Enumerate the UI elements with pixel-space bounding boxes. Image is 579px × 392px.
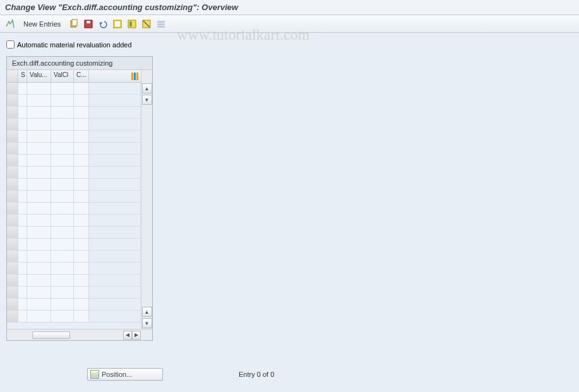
- scroll-down-icon[interactable]: ▼: [142, 95, 152, 105]
- scroll-down2-icon[interactable]: ▼: [142, 318, 152, 328]
- table-row[interactable]: [7, 203, 141, 215]
- toolbar: New Entries: [0, 15, 579, 33]
- undo-icon[interactable]: [97, 18, 109, 30]
- page-title: Change View "Exch.diff.accounting custom…: [0, 0, 579, 15]
- horizontal-scrollbar[interactable]: ◀ ▶: [7, 329, 152, 340]
- configure-columns-icon[interactable]: [129, 70, 141, 83]
- select-block-icon[interactable]: [126, 18, 138, 30]
- toggle-icon[interactable]: [4, 18, 16, 30]
- table-row[interactable]: [7, 227, 141, 239]
- table-row[interactable]: [7, 83, 141, 95]
- table-row[interactable]: [7, 191, 141, 203]
- col-valu[interactable]: Valu...: [27, 70, 51, 82]
- table-row[interactable]: [7, 143, 141, 155]
- vertical-scrollbar[interactable]: ▲ ▼ ▲ ▼: [141, 70, 152, 329]
- position-icon: [90, 370, 99, 379]
- position-button[interactable]: Position...: [87, 368, 163, 381]
- svg-rect-3: [87, 21, 90, 23]
- table-row[interactable]: [7, 131, 141, 143]
- save-icon[interactable]: [82, 18, 95, 30]
- table-row[interactable]: [7, 287, 141, 299]
- grid-title: Exch.diff.accounting customizing: [7, 57, 152, 70]
- scroll-up-icon[interactable]: ▲: [142, 83, 152, 93]
- grid-body: [7, 83, 141, 323]
- new-entries-button[interactable]: New Entries: [18, 19, 66, 29]
- table-row[interactable]: [7, 179, 141, 191]
- svg-rect-1: [72, 20, 77, 26]
- table-row[interactable]: [7, 107, 141, 119]
- grid-wrapper: Exch.diff.accounting customizing S Valu.…: [6, 56, 153, 341]
- table-row[interactable]: [7, 215, 141, 227]
- auto-revaluation-checkbox[interactable]: [6, 40, 15, 49]
- scroll-right-icon[interactable]: ▶: [132, 331, 141, 340]
- col-valcl[interactable]: ValCl: [51, 70, 74, 82]
- scroll-left-icon[interactable]: ◀: [123, 331, 132, 340]
- svg-rect-12: [157, 26, 165, 28]
- grid-header: S Valu... ValCl C...: [7, 70, 141, 83]
- svg-rect-14: [134, 73, 136, 80]
- checkbox-row: Automatic material revaluation added: [6, 39, 573, 56]
- svg-rect-5: [115, 21, 120, 27]
- position-label: Position...: [102, 371, 132, 378]
- svg-rect-7: [129, 21, 132, 27]
- copy-icon[interactable]: [68, 18, 80, 30]
- select-all-icon[interactable]: [111, 18, 124, 30]
- table-row[interactable]: [7, 119, 141, 131]
- hscroll-handle[interactable]: [32, 331, 70, 339]
- content-area: Automatic material revaluation added Exc…: [0, 33, 579, 347]
- checkbox-label: Automatic material revaluation added: [17, 41, 132, 49]
- table-row[interactable]: [7, 263, 141, 275]
- table-row[interactable]: [7, 275, 141, 287]
- table-row[interactable]: [7, 239, 141, 251]
- col-c[interactable]: C...: [74, 70, 89, 82]
- table-row[interactable]: [7, 155, 141, 167]
- table-row[interactable]: [7, 95, 141, 107]
- svg-rect-15: [136, 73, 138, 80]
- config-icon[interactable]: [155, 18, 167, 30]
- col-s[interactable]: S: [18, 70, 27, 82]
- table-row[interactable]: [7, 251, 141, 263]
- scroll-up2-icon[interactable]: ▲: [142, 307, 152, 317]
- table-row[interactable]: [7, 311, 141, 323]
- table-row[interactable]: [7, 299, 141, 311]
- footer-row: Position... Entry 0 of 0: [6, 368, 274, 381]
- svg-rect-10: [157, 21, 165, 23]
- table-row[interactable]: [7, 167, 141, 179]
- svg-rect-11: [157, 23, 165, 25]
- entry-count: Entry 0 of 0: [239, 371, 274, 378]
- deselect-all-icon[interactable]: [140, 18, 153, 30]
- svg-rect-13: [131, 73, 133, 80]
- col-selector[interactable]: [7, 70, 18, 82]
